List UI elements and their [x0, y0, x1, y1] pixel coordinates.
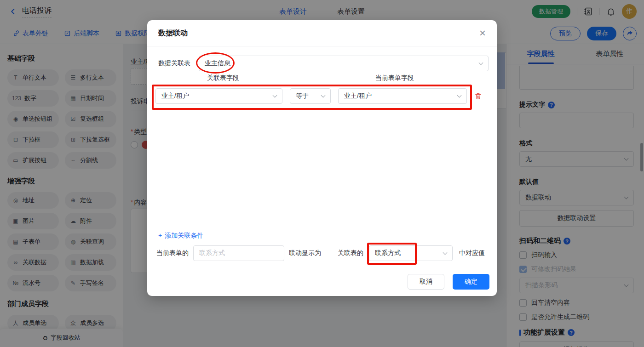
- chevron-down-icon: [443, 250, 448, 255]
- column-header-relation-field: 关联表字段: [207, 74, 239, 82]
- cancel-button[interactable]: 取消: [408, 274, 444, 290]
- confirm-button[interactable]: 确定: [453, 274, 489, 290]
- chevron-down-icon: [273, 93, 277, 97]
- delete-condition-trash-icon[interactable]: [474, 92, 482, 100]
- chevron-down-icon: [321, 93, 326, 97]
- modal-footer: 取消 确定: [408, 274, 489, 290]
- modal-header: 数据联动 ×: [147, 20, 497, 46]
- linkage-mapping-row: 当前表单的 联系方式 联动显示为 关联表的 联系方式 中对应值: [156, 245, 489, 262]
- map-suffix-text: 中对应值: [459, 249, 485, 257]
- map-table-text: 关联表的: [338, 249, 363, 257]
- condition-right-select[interactable]: 业主/租户: [338, 88, 467, 104]
- column-header-current-field: 当前表单字段: [375, 74, 414, 82]
- map-prefix-text: 当前表单的: [156, 249, 189, 257]
- target-field-value: 联系方式: [375, 249, 401, 257]
- condition-left-value: 业主/租户: [161, 92, 189, 100]
- condition-row: 业主/租户 等于 业主/租户: [155, 88, 482, 104]
- condition-right-value: 业主/租户: [344, 92, 372, 100]
- chevron-down-icon: [457, 93, 462, 97]
- target-field-select[interactable]: 联系方式: [369, 245, 453, 261]
- add-condition-label: 添加关联条件: [165, 232, 203, 240]
- relation-table-select[interactable]: 业主信息: [199, 56, 489, 71]
- chevron-down-icon: [479, 60, 483, 65]
- relation-table-label: 数据关联表: [158, 59, 190, 68]
- condition-left-select[interactable]: 业主/租户: [155, 88, 282, 104]
- current-field-input[interactable]: 联系方式: [193, 245, 284, 261]
- relation-table-row: 数据关联表 业主信息: [158, 56, 489, 71]
- condition-operator-select[interactable]: 等于: [290, 88, 331, 104]
- data-linkage-modal: 数据联动 × 数据关联表 业主信息 关联表字段 当前表单字段 业主/租户 等于 …: [147, 20, 497, 296]
- relation-table-value: 业主信息: [205, 59, 230, 68]
- plus-icon: +: [158, 232, 162, 240]
- add-condition-link[interactable]: + 添加关联条件: [158, 232, 203, 240]
- modal-title: 数据联动: [158, 28, 188, 38]
- map-middle-text: 联动显示为: [289, 249, 321, 257]
- close-icon[interactable]: ×: [479, 28, 486, 39]
- condition-operator-value: 等于: [296, 92, 309, 100]
